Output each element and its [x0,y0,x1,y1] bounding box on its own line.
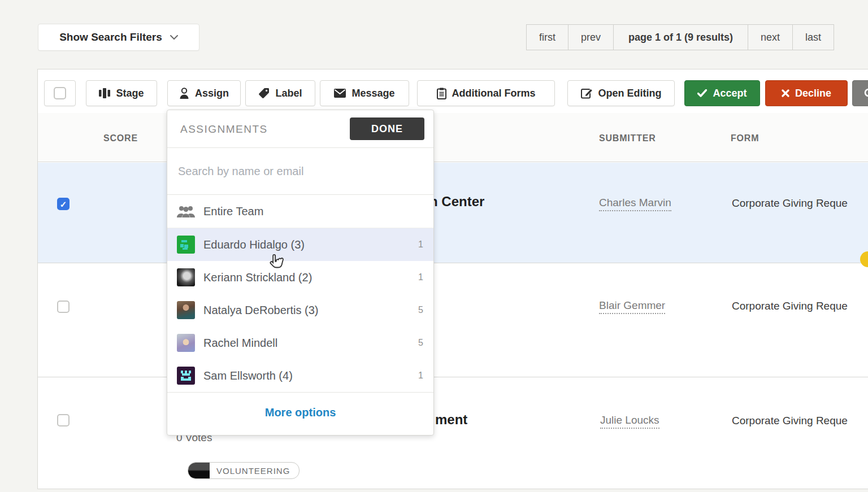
stage-kanban-icon [99,88,110,98]
pagination-last-button[interactable]: last [792,24,834,50]
accept-check-icon [697,89,707,97]
label-button[interactable]: Label [245,80,315,106]
table-row[interactable] [38,163,868,263]
submitter-link[interactable]: Julie Loucks [600,414,659,429]
search-icon [864,88,868,98]
show-search-filters-button[interactable]: Show Search Filters [38,24,199,51]
select-all-checkbox-button[interactable] [44,80,76,106]
avatar [177,268,195,286]
accept-label: Accept [713,88,747,99]
column-header-form: FORM [731,133,759,143]
avatar [177,334,195,352]
column-header-submitter: SUBMITTER [599,133,656,143]
more-options-row: More options [167,392,433,432]
row-checkbox[interactable] [57,414,70,426]
pagination-info: page 1 of 1 (9 results) [613,24,748,50]
open-editing-pencil-icon [581,88,593,99]
decline-button[interactable]: Decline [765,80,848,106]
submissions-page: Show Search Filters first prev page 1 of… [0,0,868,492]
stage-button[interactable]: Stage [86,80,157,106]
team-icon [177,204,195,219]
open-editing-label: Open Editing [598,88,662,99]
avatar [177,301,195,319]
assignee-name: Sam Ellsworth (4) [203,369,293,382]
assignee-search [167,148,433,195]
additional-forms-clipboard-icon [437,88,446,99]
table-row[interactable] [38,377,868,489]
assignee-name: Rachel Mindell [203,337,277,350]
assignee-count: 5 [418,338,423,348]
assign-label: Assign [195,88,229,99]
pagination-prev-button[interactable]: prev [568,24,614,50]
assignee-count: 1 [418,240,423,250]
stage-label: Stage [116,88,144,99]
assignments-title: ASSIGNMENTS [180,123,268,136]
decline-x-icon [782,89,789,97]
assignee-count: 5 [418,305,423,315]
submitter-link[interactable]: Blair Gemmer [599,299,665,314]
submitter-link[interactable]: Charles Marvin [599,197,671,211]
select-all-checkbox [54,87,66,99]
assign-person-icon [179,88,189,99]
additional-forms-button[interactable]: Additional Forms [417,80,555,106]
label-label: Label [275,88,302,99]
assignee-count: 1 [418,272,423,282]
message-label: Message [351,88,394,99]
label-tag-icon [258,88,270,99]
assignments-header: ASSIGNMENTS DONE [167,110,433,148]
assignee-name: Natalya DeRobertis (3) [203,304,318,317]
additional-forms-label: Additional Forms [452,88,536,99]
label-tag-volunteering[interactable]: VOLUNTEERING [188,462,300,479]
assignee-item-keriann-strickland[interactable]: Keriann Strickland (2) 1 [167,261,433,294]
assignee-count: 1 [418,371,423,381]
assignee-name: Entire Team [203,205,263,218]
pagination: first prev page 1 of 1 (9 results) next … [527,24,834,50]
decline-label: Decline [795,88,831,99]
show-search-filters-label: Show Search Filters [59,31,162,43]
done-button[interactable]: DONE [350,117,424,140]
accept-button[interactable]: Accept [684,80,760,106]
assignee-item-natalya-derobertis[interactable]: Natalya DeRobertis (3) 5 [167,294,433,326]
avatar [177,367,195,385]
more-options-link[interactable]: More options [265,406,336,419]
column-header-score: SCORE [103,133,138,143]
form-name: Corporate Giving Reque [732,197,848,210]
assignee-name: Eduardo Hidalgo (3) [203,238,305,251]
label-tag-text: VOLUNTEERING [210,466,299,476]
assignments-dropdown: ASSIGNMENTS DONE Entire Team [167,110,434,436]
message-button[interactable]: Message [320,80,409,106]
message-envelope-icon [334,89,346,98]
form-name: Corporate Giving Reque [732,300,848,312]
avatar [177,236,195,254]
pagination-first-button[interactable]: first [526,24,568,50]
submission-title-fragment[interactable]: n Center [429,194,484,210]
pagination-next-button[interactable]: next [748,24,793,50]
assignee-item-rachel-mindell[interactable]: Rachel Mindell 5 [167,326,433,359]
search-button[interactable] [852,80,868,106]
table-row[interactable] [38,263,868,377]
chevron-down-icon [170,35,178,40]
assign-button[interactable]: Assign [167,80,241,106]
open-editing-button[interactable]: Open Editing [567,80,675,106]
label-color-swatch [188,463,210,478]
row-checkbox[interactable] [57,301,70,313]
submission-title-fragment[interactable]: ment [435,412,467,428]
assignee-item-entire-team[interactable]: Entire Team [167,195,433,228]
assignee-name: Keriann Strickland (2) [203,271,312,284]
row-checkbox-checked[interactable] [57,198,70,210]
assignee-search-input[interactable] [177,164,422,178]
assignee-item-eduardo-hidalgo[interactable]: Eduardo Hidalgo (3) 1 [167,228,433,261]
form-name: Corporate Giving Reque [732,415,848,427]
assignee-item-sam-ellsworth[interactable]: Sam Ellsworth (4) 1 [167,359,433,392]
